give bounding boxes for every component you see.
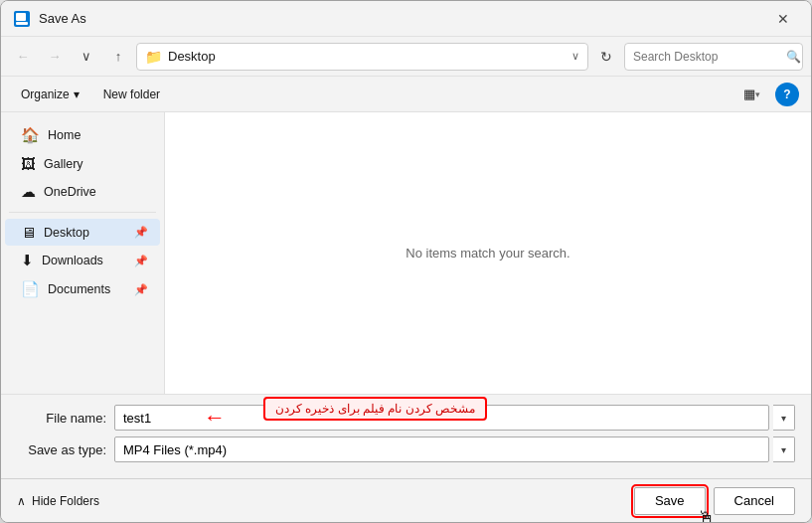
savetype-dropdown[interactable]: ▾	[773, 436, 795, 462]
sidebar-item-downloads[interactable]: ⬇ Downloads 📌	[5, 247, 160, 274]
dialog-title: Save As	[39, 11, 767, 26]
sidebar-label-gallery: Gallery	[44, 157, 148, 171]
dialog-icon	[13, 10, 31, 28]
search-input[interactable]	[633, 50, 782, 64]
documents-icon: 📄	[21, 280, 40, 298]
downloads-pin-icon: 📌	[134, 255, 148, 267]
gallery-icon: 🖼	[21, 155, 36, 172]
view-chevron-icon: ▾	[755, 89, 760, 99]
desktop-pin-icon: 📌	[134, 226, 148, 239]
titlebar: Save As ✕	[1, 1, 811, 37]
sidebar-label-desktop: Desktop	[44, 226, 126, 240]
footer: ∧ Hide Folders Save 🖱 Cancel	[1, 478, 811, 522]
savetype-input[interactable]	[114, 436, 769, 462]
save-as-dialog: Save As ✕ ← → ∨ ↑ 📁 Desktop ∨ ↻ 🔍 Organi…	[0, 0, 812, 523]
toolbar: Organize ▾ New folder ▦ ▾ ?	[1, 77, 811, 112]
onedrive-icon: ☁	[21, 183, 36, 201]
filename-row: File name: ← مشخص کردن نام فیلم برای ذخی…	[17, 405, 795, 431]
dropdown-button[interactable]: ∨	[73, 43, 100, 71]
forward-button[interactable]: →	[41, 43, 69, 71]
bottom-form: File name: ← مشخص کردن نام فیلم برای ذخی…	[1, 394, 811, 478]
close-button[interactable]: ✕	[767, 3, 799, 35]
view-toggle-button[interactable]: ▦ ▾	[735, 81, 767, 108]
address-text: Desktop	[168, 49, 566, 64]
sidebar-label-onedrive: OneDrive	[44, 185, 148, 199]
sidebar-divider	[9, 212, 156, 213]
cancel-button[interactable]: Cancel	[714, 487, 795, 515]
savetype-label: Save as type:	[17, 442, 106, 457]
up-button[interactable]: ↑	[104, 43, 132, 71]
folder-icon: 📁	[145, 49, 162, 65]
addressbar: ← → ∨ ↑ 📁 Desktop ∨ ↻ 🔍	[1, 37, 811, 77]
hide-folders-button[interactable]: ∧ Hide Folders	[17, 494, 99, 508]
organize-button[interactable]: Organize ▾	[13, 84, 87, 105]
filename-label: File name:	[17, 411, 106, 426]
sidebar-label-documents: Documents	[48, 282, 126, 296]
save-button[interactable]: Save	[634, 487, 706, 515]
back-button[interactable]: ←	[9, 43, 37, 71]
filename-input-wrap: ← مشخص کردن نام فیلم برای ذخیره کردن ▾	[114, 405, 795, 431]
savetype-row: Save as type: ▾	[17, 436, 795, 462]
chevron-up-icon: ∧	[17, 494, 26, 508]
downloads-icon: ⬇	[21, 252, 34, 269]
search-icon: 🔍	[786, 50, 801, 64]
sidebar-item-documents[interactable]: 📄 Documents 📌	[5, 275, 160, 303]
footer-buttons: Save 🖱 Cancel	[634, 487, 795, 515]
annotation-label: مشخص کردن نام فیلم برای ذخیره کردن	[263, 397, 487, 421]
sidebar: 🏠 Home 🖼 Gallery ☁ OneDrive 🖥 Desktop 📌 …	[1, 112, 165, 394]
file-area: No items match your search.	[165, 112, 811, 394]
search-box[interactable]: 🔍	[624, 43, 803, 71]
savetype-input-wrap: ▾	[114, 436, 795, 462]
view-icon: ▦	[743, 87, 755, 101]
empty-message: No items match your search.	[406, 246, 569, 261]
svg-rect-1	[16, 13, 26, 21]
help-button[interactable]: ?	[775, 83, 799, 106]
save-btn-wrap: Save 🖱	[634, 487, 706, 515]
filename-dropdown[interactable]: ▾	[773, 405, 795, 431]
desktop-icon: 🖥	[21, 224, 36, 241]
address-chevron-icon: ∨	[571, 50, 579, 63]
new-folder-button[interactable]: New folder	[95, 84, 168, 105]
svg-rect-2	[16, 22, 28, 25]
sidebar-label-home: Home	[48, 128, 148, 142]
sidebar-item-home[interactable]: 🏠 Home	[5, 121, 160, 149]
sidebar-item-desktop[interactable]: 🖥 Desktop 📌	[5, 219, 160, 246]
home-icon: 🏠	[21, 126, 40, 144]
documents-pin-icon: 📌	[134, 283, 148, 296]
content-area: 🏠 Home 🖼 Gallery ☁ OneDrive 🖥 Desktop 📌 …	[1, 112, 811, 394]
sidebar-label-downloads: Downloads	[42, 254, 126, 267]
sidebar-item-onedrive[interactable]: ☁ OneDrive	[5, 178, 160, 206]
hide-folders-label: Hide Folders	[32, 494, 99, 508]
refresh-button[interactable]: ↻	[592, 43, 620, 71]
address-field[interactable]: 📁 Desktop ∨	[136, 43, 588, 71]
sidebar-item-gallery[interactable]: 🖼 Gallery	[5, 150, 160, 177]
